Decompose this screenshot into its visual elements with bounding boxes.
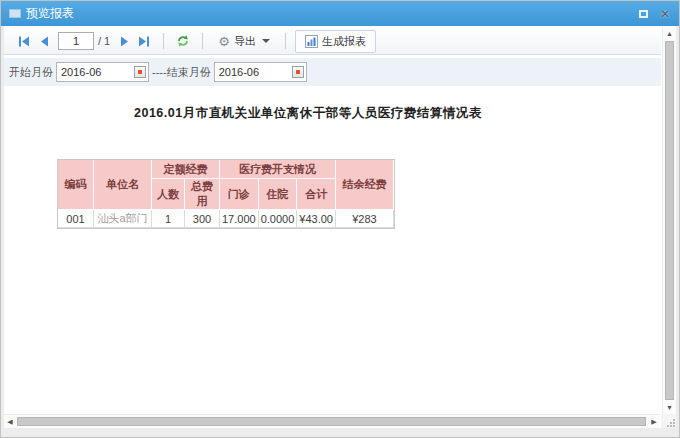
end-month-input[interactable]	[219, 66, 292, 78]
maximize-button[interactable]	[635, 7, 651, 21]
column-header-inpatient: 住院	[259, 179, 298, 210]
export-button-label: 导出	[234, 34, 256, 49]
gear-icon: ⚙	[218, 35, 230, 48]
scroll-left-icon[interactable]: ◀	[4, 415, 16, 428]
close-button[interactable]: ✕	[657, 7, 673, 21]
start-month-input[interactable]	[61, 66, 134, 78]
horizontal-scrollbar-thumb[interactable]	[17, 417, 646, 426]
column-group-quota: 定额经费	[152, 160, 220, 179]
cell-total-fee: 300	[185, 210, 220, 228]
last-page-button[interactable]	[137, 34, 151, 48]
end-month-field	[214, 62, 307, 82]
scroll-right-icon[interactable]: ▶	[648, 415, 660, 428]
title-bar: 预览报表 ✕	[1, 1, 679, 26]
column-header-code: 编码	[58, 160, 94, 210]
column-header-unit: 单位名	[94, 160, 152, 210]
scroll-up-icon[interactable]: ▲	[663, 28, 676, 40]
calendar-icon[interactable]	[134, 66, 146, 78]
toolbar-separator	[202, 33, 203, 49]
resize-grip-icon	[665, 417, 676, 428]
previous-page-button[interactable]	[37, 34, 51, 48]
cell-unit: 汕头a部门	[94, 210, 152, 228]
report-toolbar: / 1	[4, 28, 661, 55]
toolbar-separator	[163, 33, 164, 49]
maximize-icon	[639, 10, 648, 18]
page-total-label: / 1	[98, 35, 110, 47]
content-panel: / 1	[4, 28, 661, 414]
dropdown-caret-icon	[262, 39, 270, 43]
start-month-field	[56, 62, 149, 82]
column-header-balance: 结余经费	[336, 160, 394, 210]
report-title: 2016.01月市直机关业单位离休干部等人员医疗费结算情况表	[134, 105, 482, 122]
calendar-icon[interactable]	[292, 66, 304, 78]
settlement-table: 编码 单位名 定额经费 医疗费开支情况 结余经费 人数 总费用 门诊 住院 合计…	[57, 159, 395, 229]
column-header-outpatient: 门诊	[220, 179, 259, 210]
preview-report-window: 预览报表 ✕	[0, 0, 680, 438]
generate-report-button[interactable]: 生成报表	[295, 30, 376, 53]
page-number-input[interactable]	[58, 32, 94, 50]
vertical-scrollbar[interactable]: ▲ ▼	[662, 28, 676, 414]
refresh-button[interactable]	[176, 34, 190, 48]
scroll-down-icon[interactable]: ▼	[663, 402, 676, 414]
column-header-sum: 合计	[297, 179, 336, 210]
end-month-label: ----结束月份	[152, 65, 211, 80]
cell-balance: ¥283	[336, 210, 394, 228]
toolbar-separator	[285, 33, 286, 49]
refresh-icon	[176, 34, 190, 48]
window-title: 预览报表	[26, 5, 74, 22]
first-page-button[interactable]	[17, 34, 31, 48]
start-month-label: 开始月份	[9, 65, 53, 80]
cell-outpatient: 17.000	[220, 210, 259, 228]
column-header-total-fee: 总费用	[185, 179, 220, 210]
cell-people: 1	[152, 210, 185, 228]
column-header-people: 人数	[152, 179, 185, 210]
column-group-medical: 医疗费开支情况	[220, 160, 336, 179]
export-button[interactable]: ⚙ 导出	[212, 31, 276, 52]
cell-inpatient: 0.0000	[259, 210, 298, 228]
window-client-area: / 1	[4, 26, 676, 428]
cell-sum: ¥43.00	[297, 210, 336, 228]
last-page-icon	[138, 36, 150, 47]
resize-grip[interactable]	[661, 414, 676, 428]
generate-report-label: 生成报表	[322, 34, 366, 49]
table-row: 001 汕头a部门 1 300 17.000 0.0000 ¥43.00 ¥28…	[58, 210, 394, 228]
cell-code: 001	[58, 210, 94, 228]
next-page-button[interactable]	[117, 34, 131, 48]
close-icon: ✕	[660, 9, 670, 19]
next-page-icon	[120, 36, 129, 47]
bar-chart-icon	[305, 35, 318, 48]
window-icon	[9, 9, 21, 18]
horizontal-scrollbar[interactable]: ◀ ▶	[4, 414, 660, 428]
month-filter-bar: 开始月份 ----结束月份	[4, 58, 661, 86]
table-header-row-1: 编码 单位名 定额经费 医疗费开支情况 结余经费	[58, 160, 394, 179]
previous-page-icon	[40, 36, 49, 47]
vertical-scrollbar-thumb[interactable]	[665, 41, 674, 400]
first-page-icon	[18, 36, 30, 47]
